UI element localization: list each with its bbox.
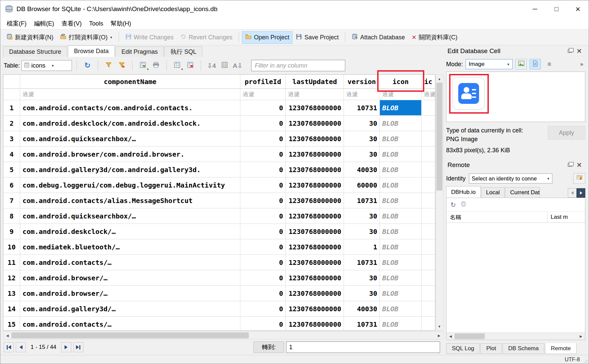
row-number-cell[interactable]: 9 xyxy=(3,224,20,239)
table-format-button[interactable] xyxy=(219,60,230,71)
identity-select[interactable]: Select an identity to conne ▾ xyxy=(469,173,552,184)
tab-db-schema[interactable]: DB Schema xyxy=(503,343,545,354)
row-number-cell[interactable]: 12 xyxy=(3,270,20,286)
version-cell[interactable]: 10731 xyxy=(344,193,380,208)
version-cell[interactable]: 40030 xyxy=(344,162,380,177)
extra-cell[interactable] xyxy=(422,270,435,286)
row-number-cell[interactable]: 8 xyxy=(3,208,20,224)
version-cell[interactable]: 10731 xyxy=(344,317,380,331)
resize-grip[interactable] xyxy=(583,358,588,363)
scroll-left-button[interactable]: ◀ xyxy=(3,332,11,339)
extra-cell[interactable] xyxy=(422,208,435,224)
sort-az-button[interactable]: A⇩ xyxy=(232,60,243,71)
componentName-cell[interactable]: com.android.quicksearchbox/… xyxy=(20,131,240,147)
sort-numeric-button[interactable]: ⇩4 xyxy=(206,60,217,71)
row-number-cell[interactable]: 13 xyxy=(3,286,20,301)
extra-cell[interactable] xyxy=(422,131,435,147)
icon-blob-cell[interactable]: BLOB xyxy=(380,239,422,255)
icon-blob-cell[interactable]: BLOB xyxy=(380,100,422,116)
row-number-cell[interactable]: 10 xyxy=(3,239,20,255)
attach-database-button[interactable]: Attach Database xyxy=(348,31,408,44)
profileId-cell[interactable]: 0 xyxy=(240,162,286,177)
extra-cell[interactable] xyxy=(422,193,435,208)
minimize-button[interactable]: ─ xyxy=(524,0,546,18)
extra-cell[interactable] xyxy=(422,162,435,177)
header-version[interactable]: version xyxy=(344,75,380,89)
lastUpdated-cell[interactable]: 1230768000000 xyxy=(286,177,344,193)
filter-componentName[interactable]: 過濾 xyxy=(20,89,240,100)
version-cell[interactable]: 30 xyxy=(344,131,380,147)
mode-select[interactable]: Image ▾ xyxy=(466,59,513,69)
version-cell[interactable]: 30 xyxy=(344,147,380,162)
icon-blob-cell[interactable]: BLOB xyxy=(380,131,422,147)
next-page-button[interactable] xyxy=(61,342,71,352)
filter-profileId[interactable]: 過濾 xyxy=(240,89,286,100)
extra-cell[interactable] xyxy=(422,286,435,301)
version-cell[interactable]: 10731 xyxy=(344,255,380,270)
tab-edit-pragmas[interactable]: Edit Pragmas xyxy=(115,46,164,57)
version-cell[interactable]: 30 xyxy=(344,116,380,131)
scroll-right-button[interactable]: ▶ xyxy=(435,332,443,339)
close-panel-button[interactable]: ✕ xyxy=(575,161,584,169)
icon-blob-cell[interactable]: BLOB xyxy=(380,193,422,208)
row-number-cell[interactable]: 14 xyxy=(3,301,20,317)
extra-cell[interactable] xyxy=(422,116,435,131)
lastUpdated-cell[interactable]: 1230768000000 xyxy=(286,208,344,224)
icon-blob-cell[interactable]: BLOB xyxy=(380,224,422,239)
profileId-cell[interactable]: 0 xyxy=(240,224,286,239)
remote-last-modified-header[interactable]: Last m xyxy=(547,212,585,223)
version-cell[interactable]: 10731 xyxy=(344,100,380,116)
row-number-cell[interactable]: 1 xyxy=(3,100,20,116)
lastUpdated-cell[interactable]: 1230768000000 xyxy=(286,224,344,239)
profileId-cell[interactable]: 0 xyxy=(240,301,286,317)
float-panel-button[interactable] xyxy=(565,47,575,55)
version-cell[interactable]: 1 xyxy=(344,239,380,255)
table-select[interactable]: icons ▾ xyxy=(22,60,72,71)
lastUpdated-cell[interactable]: 1230768000000 xyxy=(286,193,344,208)
row-number-cell[interactable]: 6 xyxy=(3,177,20,193)
refresh-icon[interactable]: ↻ xyxy=(450,201,456,209)
profileId-cell[interactable]: 0 xyxy=(240,270,286,286)
scroll-right-button[interactable]: ▶ xyxy=(577,333,585,340)
tab-database-structure[interactable]: Database Structure xyxy=(3,46,67,57)
profileId-cell[interactable]: 0 xyxy=(240,317,286,331)
clone-database-icon[interactable] xyxy=(461,201,466,208)
open-database-button[interactable]: 打開資料庫(O) ▾ xyxy=(57,31,116,44)
remote-file-list[interactable] xyxy=(446,223,585,332)
filter-any-column-input[interactable] xyxy=(251,60,345,71)
scroll-down-button[interactable]: ▼ xyxy=(436,322,443,330)
componentName-cell[interactable]: com.android.contacts/… xyxy=(20,317,240,331)
toolbar-overflow-button[interactable]: » xyxy=(578,59,585,69)
delete-record-button[interactable] xyxy=(185,60,196,71)
lastUpdated-cell[interactable]: 1230768000000 xyxy=(286,100,344,116)
horizontal-scroll-track[interactable] xyxy=(11,332,435,339)
icon-blob-cell[interactable]: BLOB xyxy=(380,177,422,193)
tab-local[interactable]: Local xyxy=(481,187,505,198)
profileId-cell[interactable]: 0 xyxy=(240,147,286,162)
lastUpdated-cell[interactable]: 1230768000000 xyxy=(286,162,344,177)
version-cell[interactable]: 30 xyxy=(344,208,380,224)
close-button[interactable]: ✕ xyxy=(567,0,589,18)
print-cell-button[interactable] xyxy=(529,59,541,70)
componentName-cell[interactable]: com.android.contacts/alias.MessageShortc… xyxy=(20,193,240,208)
close-panel-button[interactable]: ✕ xyxy=(575,47,584,55)
menu-file[interactable]: 檔案(F) xyxy=(3,18,30,29)
encoding-indicator[interactable]: UTF-8 xyxy=(565,357,580,363)
version-cell[interactable]: 30 xyxy=(344,224,380,239)
row-number-cell[interactable]: 4 xyxy=(3,147,20,162)
goto-record-input[interactable] xyxy=(286,341,440,353)
icon-blob-cell[interactable]: BLOB xyxy=(380,317,422,331)
extra-cell[interactable] xyxy=(422,224,435,239)
header-profileId[interactable]: profileId xyxy=(240,75,286,89)
componentName-cell[interactable]: com.android.contacts/com.android.contact… xyxy=(20,100,240,116)
icon-blob-cell[interactable]: BLOB xyxy=(380,255,422,270)
filter-icon-col[interactable]: 過濾 xyxy=(380,89,422,100)
row-number-cell[interactable]: 2 xyxy=(3,116,20,131)
extra-cell[interactable] xyxy=(422,239,435,255)
componentName-cell[interactable]: com.android.gallery3d/… xyxy=(20,301,240,317)
lastUpdated-cell[interactable]: 1230768000000 xyxy=(286,239,344,255)
maximize-button[interactable]: □ xyxy=(546,0,567,18)
menu-help[interactable]: 幫助(H) xyxy=(107,18,135,29)
scroll-left-button[interactable]: ◀ xyxy=(446,333,455,340)
componentName-cell[interactable]: com.android.quicksearchbox/… xyxy=(20,208,240,224)
